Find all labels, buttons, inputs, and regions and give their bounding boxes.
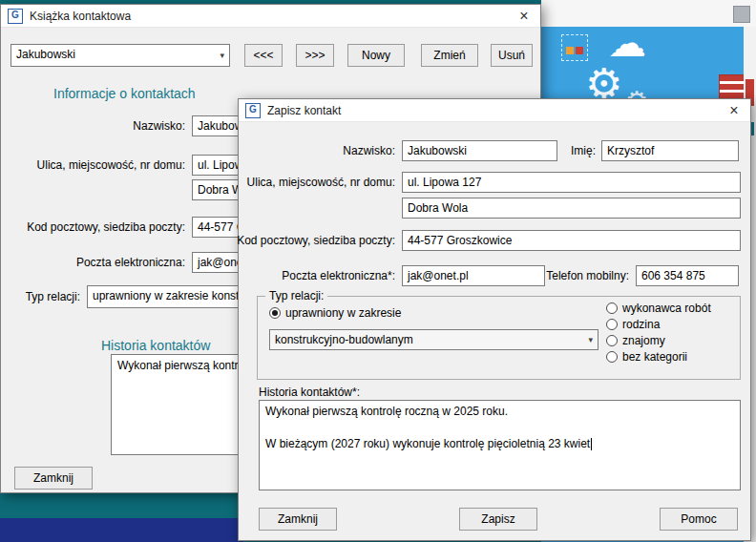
contact-select-value: Jakubowski — [16, 48, 75, 61]
radio-uprawniony-w-zakresie[interactable]: uprawniony w zakresie — [269, 306, 401, 320]
radio-label: rodzina — [622, 318, 660, 331]
street-label: Ulica, miejscowość, nr domu: — [247, 176, 395, 189]
history-line: W bieżącym (2027 roku) wykonuje kontrolę… — [265, 436, 734, 452]
radio-circle-icon — [606, 302, 618, 314]
desktop-selected-icon[interactable] — [561, 34, 588, 61]
postal-label: Kod pocztowy, siedziba poczty: — [27, 220, 185, 234]
help-button[interactable]: Pomoc — [660, 508, 738, 531]
radio-label: uprawniony w zakresie — [285, 306, 401, 320]
desktop: ☁ ⚙ ⚙ G Książka kontaktowa × Jakubowski … — [0, 0, 756, 542]
red-square-icon — [576, 47, 583, 54]
radio-label: bez kategorii — [622, 350, 687, 364]
firstname-field[interactable]: Krzysztof — [601, 140, 739, 161]
app-logo-icon: G — [8, 9, 23, 24]
postal-field[interactable]: 44-577 Groszkowice — [402, 230, 741, 251]
history-textarea[interactable]: Wykonał pierwszą kontrolę roczną w 2025 … — [259, 400, 741, 490]
contact-book-title: Książka kontaktowa — [30, 10, 131, 23]
app-logo-icon: G — [245, 103, 261, 118]
firstname-label: Imię: — [571, 144, 596, 157]
close-icon[interactable]: × — [724, 101, 744, 120]
phone-field[interactable]: 606 354 875 — [636, 265, 739, 286]
tray-window-icon[interactable] — [733, 6, 750, 23]
history-line-text: W bieżącym (2027 roku) wykonuje kontrolę… — [265, 437, 590, 450]
email-label: Poczta elektroniczna*: — [282, 269, 395, 282]
radio-znajomy[interactable]: znajomy — [606, 334, 665, 347]
surname-label: Nazwisko: — [343, 144, 395, 157]
radio-circle-icon — [606, 319, 618, 330]
save-contact-dialog: G Zapisz kontakt × Nazwisko: Jakubowski … — [238, 98, 751, 541]
radio-label: znajomy — [622, 334, 665, 347]
radio-rodzina[interactable]: rodzina — [606, 318, 660, 331]
relation-label: Typ relacji: — [26, 290, 80, 303]
background-window-strip — [541, 0, 756, 28]
close-dialog-button[interactable]: Zamknij — [259, 508, 337, 531]
taskbar-strip — [0, 518, 243, 542]
relation-type-group: Typ relacji: uprawniony w zakresie konst… — [257, 296, 741, 380]
postal-label: Kod pocztowy, siedziba poczty: — [237, 234, 395, 247]
street-label: Ulica, miejscowość, nr domu: — [37, 158, 185, 172]
orange-square-icon — [566, 47, 574, 54]
email-label: Poczta elektroniczna: — [76, 256, 185, 269]
prev-button[interactable]: <<< — [244, 44, 283, 67]
contacts-info-heading: Informacje o kontaktach — [53, 86, 196, 101]
change-button[interactable]: Zmień — [421, 44, 478, 67]
street-field-2[interactable]: Dobra Wola — [402, 198, 741, 219]
radio-bez-kategorii[interactable]: bez kategorii — [606, 350, 687, 364]
save-dialog-titlebar[interactable]: G Zapisz kontakt × — [239, 99, 750, 122]
email-field[interactable]: jak@onet.pl — [402, 265, 545, 286]
new-button[interactable]: Nowy — [347, 44, 405, 67]
save-dialog-title: Zapisz kontakt — [267, 104, 341, 117]
text-cursor — [591, 438, 592, 450]
phone-label: Telefon mobilny: — [546, 269, 629, 282]
street-field-1[interactable]: ul. Lipowa 127 — [402, 172, 741, 193]
chevron-down-icon: ▾ — [588, 333, 593, 347]
radio-wykonawca-robot[interactable]: wykonawca robót — [606, 302, 711, 315]
save-button[interactable]: Zapisz — [459, 508, 537, 531]
close-icon[interactable]: × — [514, 7, 534, 26]
surname-field[interactable]: Jakubowski — [402, 140, 557, 161]
radio-label: wykonawca robót — [622, 302, 711, 315]
radio-circle-icon — [606, 351, 618, 363]
history-line — [265, 420, 734, 436]
relation-scope-value: konstrukcyjno-budowlanym — [275, 333, 413, 346]
surname-label: Nazwisko: — [133, 119, 185, 133]
next-button[interactable]: >>> — [296, 44, 334, 67]
chevron-down-icon: ▾ — [220, 49, 224, 63]
history-line: Wykonał pierwszą kontrolę roczną w 2025 … — [265, 404, 734, 420]
delete-button[interactable]: Usuń — [491, 44, 533, 67]
history-label: Historia kontaktów*: — [259, 386, 360, 399]
radio-circle-icon — [606, 335, 618, 346]
radio-circle-icon — [269, 307, 281, 319]
contact-book-titlebar[interactable]: G Książka kontaktowa × — [1, 5, 540, 28]
relation-scope-select[interactable]: konstrukcyjno-budowlanym ▾ — [269, 329, 598, 350]
close-window-button[interactable]: Zamknij — [14, 467, 93, 490]
contacts-history-heading: Historia kontaktów — [101, 338, 210, 353]
contact-select[interactable]: Jakubowski ▾ — [10, 44, 230, 67]
relation-group-label: Typ relacji: — [265, 289, 327, 302]
